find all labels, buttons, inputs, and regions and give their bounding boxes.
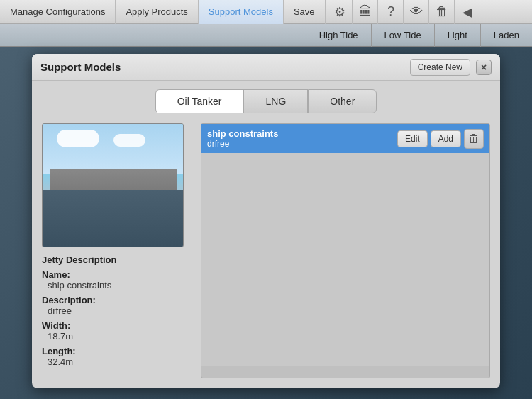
- list-item[interactable]: ship constraints drfree Edit Add 🗑: [201, 124, 489, 153]
- left-panel: Jetty Description Name: ship constraints…: [42, 123, 191, 378]
- jetty-width-value: 18.7m: [42, 331, 191, 342]
- top-nav: Manage Configurations Apply Products Sup…: [0, 0, 532, 24]
- tab-oil-tanker[interactable]: Oil Tanker: [155, 89, 244, 113]
- jetty-length-label: Length:: [42, 346, 191, 356]
- support-models-modal: Support Models Create New × Oil Tanker L…: [32, 54, 500, 388]
- modal-header: Support Models Create New ×: [32, 54, 500, 81]
- create-new-button[interactable]: Create New: [410, 59, 470, 76]
- modal-body: Jetty Description Name: ship constraints…: [32, 113, 500, 388]
- jetty-width-label: Width:: [42, 320, 191, 331]
- delete-button[interactable]: 🗑: [464, 129, 484, 149]
- water-layer: [43, 190, 183, 247]
- nav-apply-products[interactable]: Apply Products: [116, 0, 198, 24]
- modal-title: Support Models: [40, 61, 121, 73]
- jetty-desc-header: Jetty Description: [42, 254, 191, 265]
- help-icon[interactable]: ?: [379, 0, 404, 24]
- tide-low-tide[interactable]: Low Tide: [371, 24, 434, 47]
- tide-light[interactable]: Light: [434, 24, 480, 47]
- back-icon[interactable]: ◀: [456, 0, 480, 24]
- close-button[interactable]: ×: [476, 60, 492, 75]
- modal-header-right: Create New ×: [410, 59, 492, 76]
- cloud-2: [113, 134, 145, 147]
- trash-icon[interactable]: 🗑: [431, 0, 455, 24]
- tide-high-tide[interactable]: High Tide: [306, 24, 371, 47]
- jetty-name-label: Name:: [42, 269, 191, 280]
- nav-save[interactable]: Save: [284, 0, 326, 24]
- jetty-length-value: 32.4m: [42, 356, 191, 367]
- jetty-name-value: ship constraints: [42, 280, 191, 291]
- tide-laden[interactable]: Laden: [480, 24, 532, 47]
- tab-bar: Oil Tanker LNG Other: [32, 81, 500, 113]
- preview-image: [42, 123, 184, 247]
- nav-icons: ⚙ 🏛 ? 👁 🗑 ◀: [328, 0, 480, 24]
- add-button[interactable]: Add: [431, 130, 461, 147]
- list-item-description: drfree: [207, 139, 278, 149]
- tide-bar: High Tide Low Tide Light Laden: [0, 24, 532, 47]
- building-icon[interactable]: 🏛: [354, 0, 378, 24]
- list-item-actions: Edit Add 🗑: [397, 129, 484, 149]
- nav-manage-configurations[interactable]: Manage Configurations: [0, 0, 116, 24]
- empty-list-area: [201, 153, 489, 366]
- jetty-description-value: drfree: [42, 305, 191, 316]
- right-panel: ship constraints drfree Edit Add 🗑: [201, 123, 490, 378]
- tab-lng[interactable]: LNG: [243, 89, 308, 113]
- list-item-text: ship constraints drfree: [207, 128, 278, 149]
- eye-icon[interactable]: 👁: [405, 0, 429, 24]
- tab-other[interactable]: Other: [308, 89, 377, 113]
- jetty-description: Jetty Description Name: ship constraints…: [42, 254, 191, 367]
- settings-icon[interactable]: ⚙: [328, 0, 353, 24]
- list-item-name: ship constraints: [207, 128, 278, 139]
- nav-support-models[interactable]: Support Models: [199, 0, 284, 24]
- jetty-description-label: Description:: [42, 295, 191, 305]
- edit-button[interactable]: Edit: [397, 130, 428, 147]
- cloud-1: [57, 130, 99, 147]
- modal-overlay: Support Models Create New × Oil Tanker L…: [0, 47, 532, 399]
